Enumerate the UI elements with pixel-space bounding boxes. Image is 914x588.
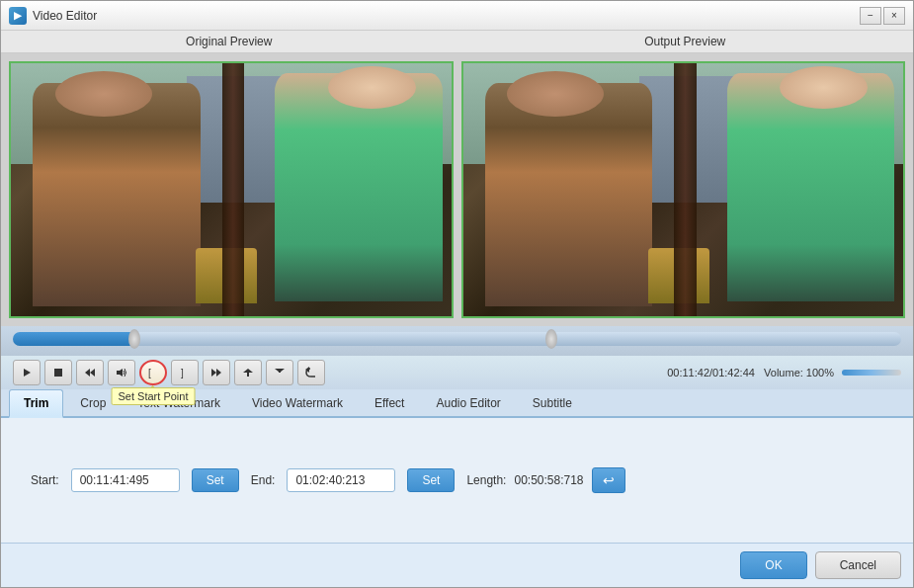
length-value: 00:50:58:718 (514, 473, 583, 487)
set-start-button[interactable]: Set (192, 468, 239, 492)
tab-video-watermark[interactable]: Video Watermark (237, 389, 358, 416)
output-video-frame (463, 63, 904, 316)
start-input[interactable] (71, 468, 180, 492)
svg-marker-4 (117, 369, 123, 377)
cancel-button[interactable]: Cancel (815, 551, 901, 579)
output-person-right-head (780, 66, 868, 110)
controls-row: [ Set Start Point ] 00:11:42/01:42:44 Vo… (1, 356, 913, 389)
current-time: 00:11:42/01:42:44 (667, 367, 755, 378)
audio-up-button[interactable] (266, 360, 293, 385)
svg-marker-0 (24, 369, 31, 377)
ok-button[interactable]: OK (740, 551, 806, 579)
audio-down-button[interactable] (234, 360, 262, 385)
svg-rect-1 (54, 369, 62, 377)
rewind-button[interactable] (76, 360, 104, 385)
volume-slider[interactable] (842, 370, 901, 376)
titlebar: ▶ Video Editor − × (1, 1, 913, 31)
tab-subtitle[interactable]: Subtitle (518, 389, 587, 416)
svg-text:[: [ (148, 368, 151, 378)
original-preview (9, 61, 454, 318)
length-label: Length: (466, 473, 506, 487)
app-icon: ▶ (9, 7, 27, 25)
svg-marker-3 (90, 369, 95, 377)
volume-display: Volume: 100% (764, 367, 834, 378)
tab-audio-editor[interactable]: Audio Editor (421, 389, 515, 416)
timeline-thumb-start[interactable] (128, 329, 140, 349)
person-right-head (328, 66, 416, 110)
svg-rect-10 (247, 373, 249, 377)
svg-marker-9 (243, 369, 253, 373)
video-editor-window: ▶ Video Editor − × Original Preview Outp… (0, 0, 914, 588)
close-button[interactable]: × (883, 7, 905, 25)
start-label: Start: (31, 473, 59, 487)
play-button[interactable] (13, 360, 41, 385)
output-preview (461, 61, 906, 318)
output-center-pole (674, 63, 696, 316)
length-section: Length: 00:50:58:718 ↩ (466, 467, 624, 493)
undo-button[interactable]: ↩ (592, 467, 625, 493)
svg-text:]: ] (181, 368, 184, 378)
original-video-frame (11, 63, 452, 316)
trim-panel: Start: Set End: Set Length: 00:50:58:718… (1, 418, 913, 543)
footer: OK Cancel (1, 543, 913, 587)
skip-end-button[interactable] (203, 360, 230, 385)
trim-controls: Start: Set End: Set Length: 00:50:58:718… (31, 467, 883, 493)
person-left-head (55, 71, 152, 117)
stop-button[interactable] (44, 360, 72, 385)
timeline-bar[interactable] (13, 332, 901, 346)
svg-rect-12 (279, 369, 281, 373)
set-end-point-button[interactable]: ] (171, 360, 199, 385)
preview-labels: Original Preview Output Preview (1, 31, 913, 53)
end-input[interactable] (287, 468, 395, 492)
output-person-left-body (485, 83, 652, 305)
set-start-tooltip: Set Start Point (112, 387, 196, 405)
output-preview-label: Output Preview (457, 31, 914, 52)
set-end-button[interactable]: Set (407, 468, 455, 492)
person-left-body (33, 83, 200, 305)
set-start-tooltip-container: [ Set Start Point (139, 360, 167, 385)
original-preview-label: Original Preview (1, 31, 457, 52)
volume-button[interactable] (108, 360, 135, 385)
svg-marker-8 (216, 369, 221, 377)
tab-effect[interactable]: Effect (360, 389, 419, 416)
preview-area (1, 53, 913, 326)
time-display: 00:11:42/01:42:44 Volume: 100% (667, 367, 834, 378)
minimize-button[interactable]: − (860, 7, 881, 25)
undo-control-button[interactable] (297, 360, 325, 385)
center-pole (222, 63, 244, 316)
svg-marker-2 (85, 369, 90, 377)
timeline-progress (13, 332, 137, 346)
timeline-area (1, 326, 913, 356)
window-title: Video Editor (33, 9, 860, 23)
output-person-left-head (507, 71, 604, 117)
window-controls: − × (860, 7, 905, 25)
end-label: End: (251, 473, 276, 487)
timeline-thumb-end[interactable] (545, 329, 557, 349)
svg-marker-7 (211, 369, 216, 377)
tab-trim[interactable]: Trim (9, 389, 63, 418)
